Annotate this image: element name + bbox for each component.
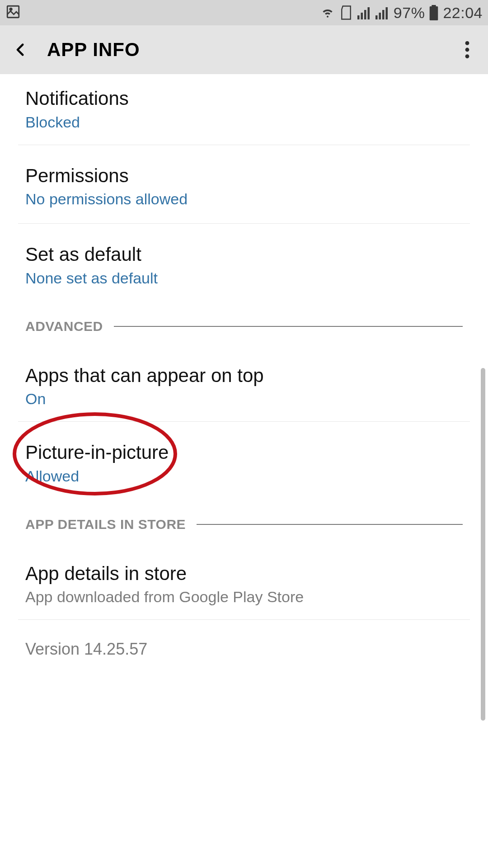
row-title: Picture-in-picture (25, 441, 463, 465)
svg-point-12 (465, 41, 469, 45)
svg-rect-5 (367, 7, 370, 19)
row-title: Notifications (25, 87, 463, 111)
row-subtitle: Blocked (25, 113, 463, 131)
svg-rect-3 (361, 13, 363, 19)
svg-rect-10 (432, 5, 436, 6)
svg-rect-6 (375, 15, 378, 19)
svg-rect-11 (430, 6, 438, 20)
svg-point-14 (465, 54, 469, 58)
wifi-icon (320, 5, 335, 20)
row-title: App details in store (25, 562, 463, 586)
page-title: APP INFO (47, 39, 140, 61)
row-permissions[interactable]: Permissions No permissions allowed (0, 145, 488, 224)
battery-percent: 97% (394, 4, 425, 22)
row-version: Version 14.25.57 (0, 620, 488, 672)
svg-rect-8 (382, 10, 385, 19)
row-set-as-default[interactable]: Set as default None set as default (0, 224, 488, 302)
section-label: ADVANCED (25, 319, 103, 334)
signal-icon-2 (375, 6, 389, 19)
row-subtitle: None set as default (25, 269, 463, 287)
row-title: Permissions (25, 164, 463, 188)
row-notifications[interactable]: Notifications Blocked (0, 74, 488, 145)
app-bar: APP INFO (0, 25, 488, 74)
sd-card-icon (339, 5, 353, 20)
section-line (197, 524, 463, 525)
row-apps-on-top[interactable]: Apps that can appear on top On (0, 339, 488, 422)
row-title: Apps that can appear on top (25, 364, 463, 388)
svg-rect-9 (385, 7, 388, 19)
svg-rect-4 (364, 10, 366, 19)
svg-point-1 (10, 8, 12, 10)
status-bar: 97% 22:04 (0, 0, 488, 25)
signal-icon-1 (357, 6, 371, 19)
screenshot-icon (5, 4, 21, 21)
svg-rect-7 (379, 13, 381, 19)
svg-point-13 (465, 48, 469, 52)
row-app-details-in-store[interactable]: App details in store App downloaded from… (0, 537, 488, 620)
row-title: Set as default (25, 243, 463, 267)
svg-rect-2 (357, 15, 360, 19)
clock: 22:04 (443, 4, 483, 22)
row-subtitle: On (25, 390, 463, 408)
back-button[interactable] (8, 37, 33, 62)
version-text: Version 14.25.57 (25, 640, 463, 659)
more-options-button[interactable] (455, 37, 480, 62)
row-subtitle: Allowed (25, 467, 463, 485)
row-picture-in-picture[interactable]: Picture-in-picture Allowed (0, 422, 488, 500)
section-label: APP DETAILS IN STORE (25, 517, 186, 532)
section-header-store: APP DETAILS IN STORE (0, 500, 488, 537)
section-line (114, 326, 463, 327)
scrollbar-thumb[interactable] (481, 368, 485, 721)
battery-icon (429, 5, 438, 20)
row-subtitle: App downloaded from Google Play Store (25, 588, 463, 606)
row-subtitle: No permissions allowed (25, 190, 463, 208)
section-header-advanced: ADVANCED (0, 302, 488, 339)
content: Notifications Blocked Permissions No per… (0, 74, 488, 868)
